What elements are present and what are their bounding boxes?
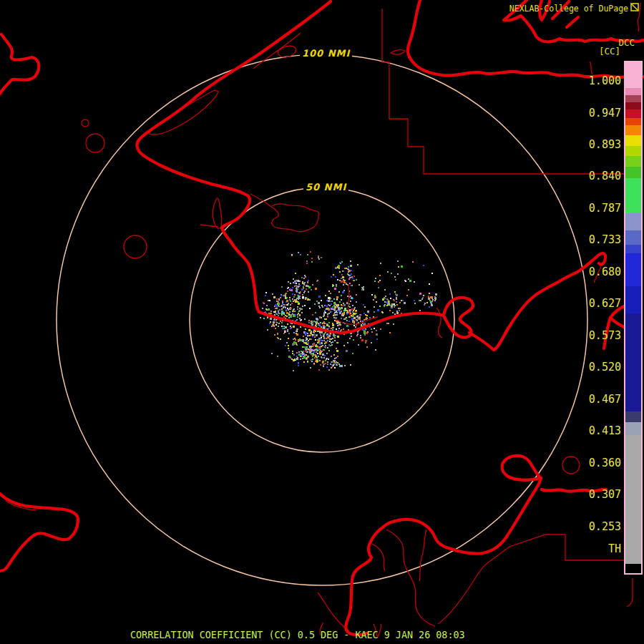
colorbar-tick-label: 0.360: [589, 457, 621, 469]
map-lake-circle: [562, 457, 580, 474]
range-ring-label-50nmi: 50 NMI: [303, 182, 348, 192]
station-header: NEXLAB-College of DuPage: [509, 3, 639, 14]
colorbar-product-label: DCC: [618, 37, 635, 48]
range-ring: [190, 187, 454, 452]
map-lake-circle: [82, 119, 89, 127]
colorbar-tick-label: 0.947: [589, 107, 621, 119]
colorbar-tick-label: 0.840: [589, 170, 621, 182]
range-ring: [57, 54, 587, 585]
colorbar-tick-label: 0.520: [589, 361, 621, 374]
colorbar-tick-label: 0.413: [589, 424, 621, 437]
colorbar-tick-label: 0.787: [589, 202, 621, 215]
colorbar-tick-label: 0.253: [589, 520, 621, 533]
radar-display: NEXLAB-College of DuPage DCC [CC] 100 NM…: [0, 0, 644, 644]
colorbar-tick-label: 1.000: [589, 74, 621, 87]
colorbar-tick-label: 0.893: [589, 138, 621, 151]
map-outlines-thin: [6, 3, 641, 637]
colorbar-unit-label: [CC]: [599, 46, 620, 57]
colorbar-tick-label: 0.467: [589, 393, 621, 406]
colorbar-tick-label: 0.680: [589, 265, 621, 278]
map-lake-circle: [86, 134, 104, 152]
dupage-logo-icon: [630, 3, 639, 14]
range-ring-label-100nmi: 100 NMI: [300, 48, 352, 59]
range-rings: [57, 54, 587, 585]
colorbar: [624, 61, 643, 575]
colorbar-tick-label: 0.307: [589, 488, 621, 501]
colorbar-tick-label: 0.627: [589, 297, 621, 310]
station-header-text: NEXLAB-College of DuPage: [509, 4, 628, 14]
colorbar-tick-label: 0.733: [589, 233, 621, 246]
map-lake-circle: [124, 235, 147, 258]
colorbar-threshold-label: TH: [608, 542, 621, 555]
product-caption: CORRELATION COEFFICIENT (CC) 0.5 DEG - K…: [130, 630, 465, 640]
radar-map-canvas: [0, 0, 644, 644]
colorbar-tick-label: 0.573: [589, 329, 621, 342]
